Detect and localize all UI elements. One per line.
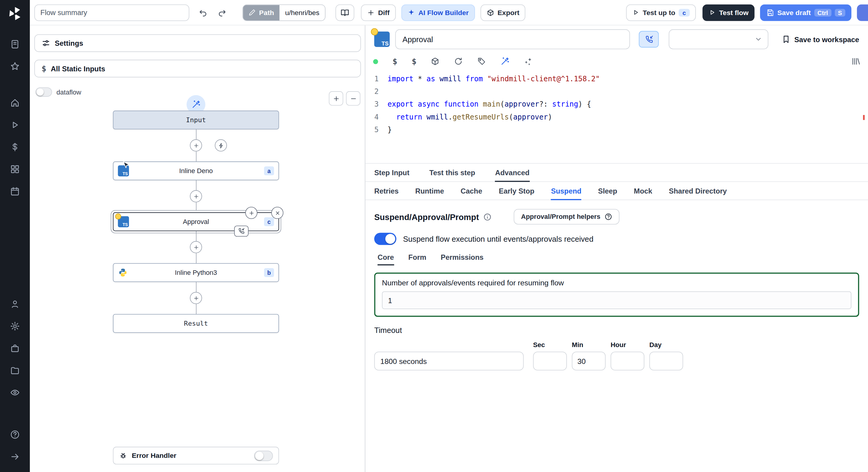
subtab-sleep[interactable]: Sleep xyxy=(598,182,617,200)
rail-variables-button[interactable] xyxy=(5,137,25,157)
rail-favorites-button[interactable] xyxy=(5,56,25,76)
dataflow-toggle[interactable] xyxy=(36,87,52,97)
rail-home-button[interactable] xyxy=(5,93,25,113)
error-handler-toggle[interactable] xyxy=(254,450,273,461)
code-line[interactable]: 4 return wmill.getResumeUrls(approver) xyxy=(365,110,868,123)
delete-step-button[interactable] xyxy=(271,207,283,219)
code-editor[interactable]: 1import * as wmill from "windmill-client… xyxy=(365,70,868,164)
zoom-in-button[interactable] xyxy=(329,91,343,106)
ai-assistant-button[interactable] xyxy=(501,57,509,66)
hour-input[interactable] xyxy=(611,351,644,370)
flow-node-inline-deno[interactable]: TS Inline Deno a xyxy=(113,161,279,180)
test-up-to-badge: c xyxy=(679,8,690,16)
insert-step-button[interactable] xyxy=(190,139,202,151)
insert-step-button[interactable] xyxy=(190,190,202,202)
all-static-inputs-button[interactable]: $All Static Inputs xyxy=(34,60,361,77)
step-name-input[interactable] xyxy=(395,29,630,49)
subtab-runtime[interactable]: Runtime xyxy=(415,182,444,200)
rail-docs-button[interactable] xyxy=(5,34,25,54)
tag-icon xyxy=(477,57,486,66)
rail-users-button[interactable] xyxy=(5,294,25,314)
rail-resources-button[interactable] xyxy=(5,159,25,179)
connector xyxy=(190,231,202,263)
sec-input[interactable] xyxy=(533,351,567,370)
insert-step-button[interactable] xyxy=(190,241,202,253)
flow-node-result[interactable]: Result xyxy=(113,314,279,333)
tab-permissions[interactable]: Permissions xyxy=(441,249,484,265)
subtab-retries[interactable]: Retries xyxy=(374,182,399,200)
suspend-toggle[interactable] xyxy=(374,233,396,245)
undo-button[interactable] xyxy=(194,4,213,21)
reset-button[interactable] xyxy=(454,57,463,66)
rail-audit-button[interactable] xyxy=(5,382,25,402)
diff-button[interactable]: Diff xyxy=(361,4,396,21)
export-button[interactable]: Export xyxy=(480,4,526,21)
subtab-suspend[interactable]: Suspend xyxy=(551,182,581,200)
ai-sparkles-button[interactable] xyxy=(524,57,532,66)
assets-button[interactable]: $ xyxy=(393,58,397,66)
path-button[interactable]: Path u/henri/bes xyxy=(242,4,325,21)
redo-button[interactable] xyxy=(213,4,231,21)
tab-test-this-step[interactable]: Test this step xyxy=(429,164,475,181)
subtab-cache[interactable]: Cache xyxy=(461,182,482,200)
error-handler[interactable]: Error Handler xyxy=(113,447,279,465)
ai-flow-builder-button[interactable]: AI Flow Builder xyxy=(401,4,475,21)
rail-runs-button[interactable] xyxy=(5,115,25,135)
approvals-label: Number of approvals/events required for … xyxy=(382,279,851,287)
tab-core[interactable]: Core xyxy=(378,249,394,265)
suspend-phone-button[interactable] xyxy=(639,31,659,47)
test-flow-button[interactable]: Test flow xyxy=(703,4,755,21)
windmill-logo-icon xyxy=(7,5,23,22)
flow-summary-input[interactable] xyxy=(34,4,189,21)
tag-button[interactable] xyxy=(477,57,486,66)
code-line[interactable]: 3export async function main(approver?: s… xyxy=(365,98,868,110)
library-button[interactable] xyxy=(851,57,860,66)
tab-step-input[interactable]: Step Input xyxy=(374,164,410,181)
test-up-to-button[interactable]: Test up toc xyxy=(626,4,695,21)
subtab-mock[interactable]: Mock xyxy=(634,182,652,200)
insert-step-button[interactable] xyxy=(190,292,202,304)
approvals-count-input[interactable] xyxy=(382,292,851,309)
zoom-out-button[interactable] xyxy=(346,91,361,106)
subtab-early-stop[interactable]: Early Stop xyxy=(499,182,534,200)
code-lines[interactable]: 1import * as wmill from "windmill-client… xyxy=(365,72,868,136)
trigger-node-button[interactable] xyxy=(215,139,227,151)
tag-select[interactable] xyxy=(669,29,769,49)
suspend-header: Suspend/Approval/Prompt Approval/Prompt … xyxy=(374,209,859,224)
variables-button[interactable]: $ xyxy=(412,58,416,66)
save-to-workspace-button[interactable]: Save to workspace xyxy=(781,35,859,44)
code-line[interactable]: 5} xyxy=(365,124,868,136)
rail-expand-button[interactable] xyxy=(5,447,25,467)
test-up-to-label: Test up to xyxy=(643,8,675,16)
add-branch-button[interactable] xyxy=(245,207,257,219)
flow-node-approval-selected[interactable]: TS Approval c xyxy=(113,212,279,231)
flow-settings-button[interactable]: Settings xyxy=(34,34,361,52)
rail-workers-button[interactable] xyxy=(5,338,25,358)
flow-node-inline-python3[interactable]: Inline Python3 b xyxy=(113,263,279,282)
approval-prompt-helpers-button[interactable]: Approval/Prompt helpers xyxy=(514,209,619,224)
day-input[interactable] xyxy=(649,351,683,370)
save-draft-button[interactable]: Save draftCtrlS xyxy=(760,4,851,21)
dependencies-button[interactable] xyxy=(431,57,440,66)
timeout-summary-input[interactable] xyxy=(374,351,524,370)
clipped-deploy-button[interactable] xyxy=(857,4,868,21)
code-line[interactable]: 2 xyxy=(365,85,868,98)
flow-node-input[interactable]: Input xyxy=(113,110,279,129)
tab-form[interactable]: Form xyxy=(408,249,427,265)
mouse-cursor-icon xyxy=(121,161,130,170)
ai-flow-builder-label: AI Flow Builder xyxy=(418,8,469,16)
timeout-unit-sec: Sec xyxy=(533,341,567,370)
tab-advanced[interactable]: Advanced xyxy=(495,164,530,181)
rail-folders-button[interactable] xyxy=(5,361,25,380)
code-text: } xyxy=(388,124,392,136)
code-line[interactable]: 1import * as wmill from "windmill-client… xyxy=(365,72,868,85)
step-editor-panel: TS Save to workspace $ $ xyxy=(365,25,868,472)
subtab-shared-directory[interactable]: Shared Directory xyxy=(669,182,727,200)
home-icon xyxy=(10,98,20,108)
min-input[interactable] xyxy=(572,351,606,370)
rail-schedules-button[interactable] xyxy=(5,181,25,201)
rail-settings-button[interactable] xyxy=(5,316,25,336)
docs-button[interactable] xyxy=(336,4,354,21)
line-number: 2 xyxy=(365,85,387,98)
rail-help-button[interactable] xyxy=(5,425,25,445)
